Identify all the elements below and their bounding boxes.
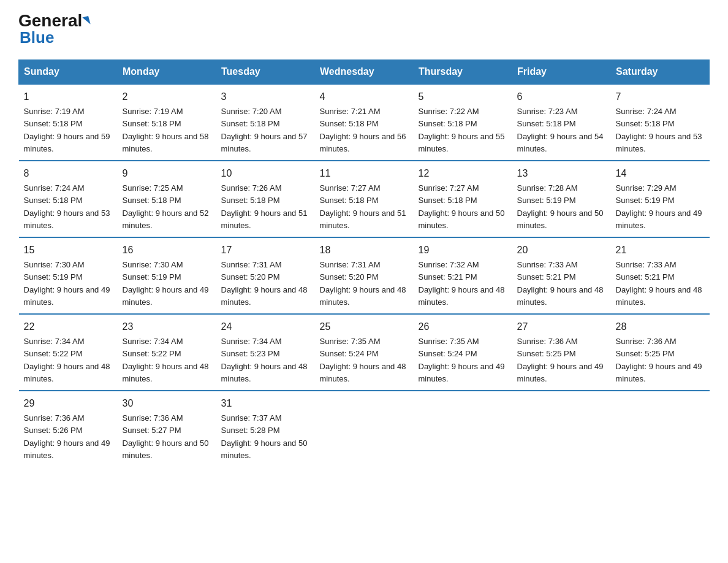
day-number: 15	[24, 243, 113, 258]
day-cell-16: 16 Sunrise: 7:30 AMSunset: 5:19 PMDaylig…	[118, 237, 216, 314]
day-info: Sunrise: 7:25 AMSunset: 5:18 PMDaylight:…	[123, 183, 209, 230]
day-info: Sunrise: 7:30 AMSunset: 5:19 PMDaylight:…	[123, 260, 209, 307]
day-number: 5	[419, 90, 507, 104]
day-number: 26	[419, 320, 507, 334]
day-info: Sunrise: 7:36 AMSunset: 5:25 PMDaylight:…	[517, 337, 604, 383]
day-number: 10	[221, 166, 310, 181]
day-number: 27	[517, 320, 606, 334]
day-info: Sunrise: 7:24 AMSunset: 5:18 PMDaylight:…	[24, 183, 110, 230]
day-number: 21	[616, 243, 705, 258]
day-number: 20	[517, 243, 606, 258]
logo: General Blue	[18, 12, 89, 47]
day-cell-28: 28 Sunrise: 7:36 AMSunset: 5:25 PMDaylig…	[611, 314, 710, 391]
day-info: Sunrise: 7:27 AMSunset: 5:18 PMDaylight:…	[320, 183, 406, 230]
logo-blue-text: Blue	[20, 28, 54, 47]
day-info: Sunrise: 7:27 AMSunset: 5:18 PMDaylight:…	[419, 183, 505, 230]
day-cell-26: 26 Sunrise: 7:35 AMSunset: 5:24 PMDaylig…	[414, 314, 512, 391]
day-cell-5: 5 Sunrise: 7:22 AMSunset: 5:18 PMDayligh…	[414, 84, 512, 161]
day-cell-23: 23 Sunrise: 7:34 AMSunset: 5:22 PMDaylig…	[118, 314, 216, 391]
day-cell-11: 11 Sunrise: 7:27 AMSunset: 5:18 PMDaylig…	[315, 161, 414, 237]
week-row-5: 29 Sunrise: 7:36 AMSunset: 5:26 PMDaylig…	[19, 391, 710, 467]
day-cell-17: 17 Sunrise: 7:31 AMSunset: 5:20 PMDaylig…	[216, 237, 315, 314]
day-cell-21: 21 Sunrise: 7:33 AMSunset: 5:21 PMDaylig…	[611, 237, 710, 314]
calendar-table: SundayMondayTuesdayWednesdayThursdayFrid…	[18, 59, 710, 467]
day-cell-6: 6 Sunrise: 7:23 AMSunset: 5:18 PMDayligh…	[512, 84, 611, 161]
day-number: 12	[419, 166, 507, 181]
day-info: Sunrise: 7:33 AMSunset: 5:21 PMDaylight:…	[517, 260, 604, 307]
day-info: Sunrise: 7:19 AMSunset: 5:18 PMDaylight:…	[24, 107, 110, 153]
day-info: Sunrise: 7:29 AMSunset: 5:19 PMDaylight:…	[616, 183, 702, 230]
empty-cell	[414, 391, 512, 467]
week-row-4: 22 Sunrise: 7:34 AMSunset: 5:22 PMDaylig…	[19, 314, 710, 391]
day-number: 2	[123, 90, 211, 104]
day-info: Sunrise: 7:20 AMSunset: 5:18 PMDaylight:…	[221, 107, 308, 153]
day-number: 14	[616, 166, 705, 181]
day-info: Sunrise: 7:31 AMSunset: 5:20 PMDaylight:…	[320, 260, 406, 307]
day-info: Sunrise: 7:26 AMSunset: 5:18 PMDaylight:…	[221, 183, 308, 230]
col-header-tuesday: Tuesday	[216, 60, 315, 85]
day-number: 17	[221, 243, 310, 258]
day-info: Sunrise: 7:36 AMSunset: 5:26 PMDaylight:…	[24, 413, 110, 460]
logo-general-text: General	[18, 12, 89, 29]
day-info: Sunrise: 7:35 AMSunset: 5:24 PMDaylight:…	[320, 337, 406, 383]
day-cell-13: 13 Sunrise: 7:28 AMSunset: 5:19 PMDaylig…	[512, 161, 611, 237]
day-info: Sunrise: 7:28 AMSunset: 5:19 PMDaylight:…	[517, 183, 604, 230]
day-cell-8: 8 Sunrise: 7:24 AMSunset: 5:18 PMDayligh…	[19, 161, 118, 237]
col-header-wednesday: Wednesday	[315, 60, 414, 85]
day-info: Sunrise: 7:36 AMSunset: 5:27 PMDaylight:…	[123, 413, 209, 460]
col-header-monday: Monday	[118, 60, 216, 85]
day-info: Sunrise: 7:19 AMSunset: 5:18 PMDaylight:…	[123, 107, 209, 153]
day-number: 16	[123, 243, 211, 258]
day-info: Sunrise: 7:22 AMSunset: 5:18 PMDaylight:…	[419, 107, 505, 153]
day-number: 31	[221, 396, 310, 411]
day-cell-1: 1 Sunrise: 7:19 AMSunset: 5:18 PMDayligh…	[19, 84, 118, 161]
day-number: 1	[24, 90, 113, 104]
day-number: 3	[221, 90, 310, 104]
week-row-1: 1 Sunrise: 7:19 AMSunset: 5:18 PMDayligh…	[19, 84, 710, 161]
day-number: 11	[320, 166, 409, 181]
day-number: 7	[616, 90, 705, 104]
day-cell-20: 20 Sunrise: 7:33 AMSunset: 5:21 PMDaylig…	[512, 237, 611, 314]
day-cell-4: 4 Sunrise: 7:21 AMSunset: 5:18 PMDayligh…	[315, 84, 414, 161]
empty-cell	[512, 391, 611, 467]
day-cell-19: 19 Sunrise: 7:32 AMSunset: 5:21 PMDaylig…	[414, 237, 512, 314]
week-row-2: 8 Sunrise: 7:24 AMSunset: 5:18 PMDayligh…	[19, 161, 710, 237]
day-cell-12: 12 Sunrise: 7:27 AMSunset: 5:18 PMDaylig…	[414, 161, 512, 237]
day-info: Sunrise: 7:37 AMSunset: 5:28 PMDaylight:…	[221, 413, 308, 460]
day-cell-9: 9 Sunrise: 7:25 AMSunset: 5:18 PMDayligh…	[118, 161, 216, 237]
day-info: Sunrise: 7:21 AMSunset: 5:18 PMDaylight:…	[320, 107, 406, 153]
day-cell-24: 24 Sunrise: 7:34 AMSunset: 5:23 PMDaylig…	[216, 314, 315, 391]
day-cell-22: 22 Sunrise: 7:34 AMSunset: 5:22 PMDaylig…	[19, 314, 118, 391]
day-cell-29: 29 Sunrise: 7:36 AMSunset: 5:26 PMDaylig…	[19, 391, 118, 467]
day-cell-30: 30 Sunrise: 7:36 AMSunset: 5:27 PMDaylig…	[118, 391, 216, 467]
day-info: Sunrise: 7:34 AMSunset: 5:22 PMDaylight:…	[24, 337, 110, 383]
empty-cell	[315, 391, 414, 467]
day-number: 9	[123, 166, 211, 181]
calendar-header-row: SundayMondayTuesdayWednesdayThursdayFrid…	[19, 60, 710, 85]
day-cell-3: 3 Sunrise: 7:20 AMSunset: 5:18 PMDayligh…	[216, 84, 315, 161]
day-info: Sunrise: 7:24 AMSunset: 5:18 PMDaylight:…	[616, 107, 702, 153]
day-cell-14: 14 Sunrise: 7:29 AMSunset: 5:19 PMDaylig…	[611, 161, 710, 237]
day-number: 28	[616, 320, 705, 334]
day-info: Sunrise: 7:31 AMSunset: 5:20 PMDaylight:…	[221, 260, 308, 307]
day-info: Sunrise: 7:33 AMSunset: 5:21 PMDaylight:…	[616, 260, 702, 307]
day-number: 24	[221, 320, 310, 334]
day-info: Sunrise: 7:32 AMSunset: 5:21 PMDaylight:…	[419, 260, 505, 307]
day-cell-18: 18 Sunrise: 7:31 AMSunset: 5:20 PMDaylig…	[315, 237, 414, 314]
empty-cell	[611, 391, 710, 467]
day-cell-2: 2 Sunrise: 7:19 AMSunset: 5:18 PMDayligh…	[118, 84, 216, 161]
day-info: Sunrise: 7:34 AMSunset: 5:22 PMDaylight:…	[123, 337, 209, 383]
logo-triangle-icon	[83, 16, 91, 26]
day-cell-31: 31 Sunrise: 7:37 AMSunset: 5:28 PMDaylig…	[216, 391, 315, 467]
day-number: 22	[24, 320, 113, 334]
day-number: 19	[419, 243, 507, 258]
col-header-friday: Friday	[512, 60, 611, 85]
day-cell-7: 7 Sunrise: 7:24 AMSunset: 5:18 PMDayligh…	[611, 84, 710, 161]
day-cell-15: 15 Sunrise: 7:30 AMSunset: 5:19 PMDaylig…	[19, 237, 118, 314]
day-info: Sunrise: 7:35 AMSunset: 5:24 PMDaylight:…	[419, 337, 505, 383]
day-number: 4	[320, 90, 409, 104]
day-cell-10: 10 Sunrise: 7:26 AMSunset: 5:18 PMDaylig…	[216, 161, 315, 237]
day-number: 25	[320, 320, 409, 334]
day-number: 13	[517, 166, 606, 181]
day-number: 18	[320, 243, 409, 258]
